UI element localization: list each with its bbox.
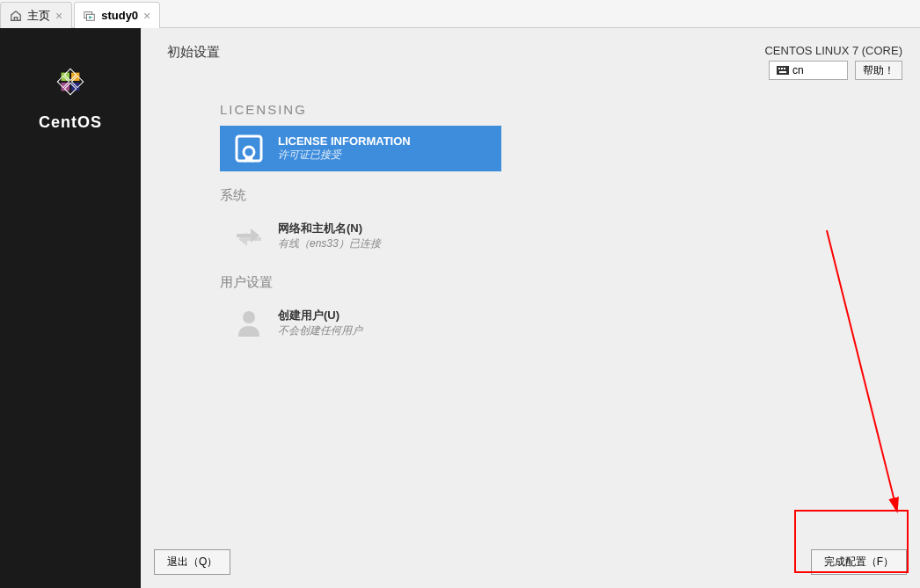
locale-selector[interactable]: cn: [769, 61, 848, 80]
section-system-label: 系统: [220, 187, 920, 204]
help-button[interactable]: 帮助！: [855, 61, 902, 80]
close-icon[interactable]: ×: [55, 9, 62, 23]
user-sub: 不会创建任何用户: [278, 323, 362, 338]
svg-rect-10: [777, 66, 789, 75]
sidebar-brand: CentOS: [0, 113, 141, 132]
license-sub: 许可证已接受: [278, 148, 411, 163]
exit-button[interactable]: 退出（Q）: [154, 549, 230, 575]
network-hostname-item[interactable]: 网络和主机名(N) 有线（ens33）已连接: [220, 213, 501, 258]
bottom-bar: 退出（Q） 完成配置（F）: [154, 549, 907, 575]
svg-point-17: [243, 311, 255, 323]
main-area: CentOS 初始设置 CENTOS LINUX 7 (CORE) cn 帮助！…: [0, 28, 920, 588]
svg-rect-14: [779, 71, 786, 73]
os-name: CENTOS LINUX 7 (CORE): [764, 44, 902, 57]
license-title: LICENSE INFORMATION: [278, 134, 411, 148]
svg-rect-12: [781, 68, 783, 69]
page-title: 初始设置: [167, 44, 220, 80]
tab-vm[interactable]: study0 ×: [74, 2, 160, 28]
section-user-label: 用户设置: [220, 274, 920, 291]
network-title: 网络和主机名(N): [278, 221, 381, 236]
tab-vm-label: study0: [101, 9, 138, 22]
close-icon[interactable]: ×: [143, 9, 150, 23]
centos-logo-icon: [47, 59, 93, 105]
sidebar: CentOS: [0, 28, 141, 588]
svg-rect-13: [784, 68, 785, 69]
section-licensing-label: LICENSING: [220, 102, 920, 117]
license-information-item[interactable]: LICENSE INFORMATION 许可证已接受: [220, 126, 501, 171]
top-header: 初始设置 CENTOS LINUX 7 (CORE) cn 帮助！: [141, 28, 920, 84]
network-sub: 有线（ens33）已连接: [278, 236, 381, 251]
svg-rect-11: [778, 68, 780, 69]
setup-body: LICENSING LICENSE INFORMATION 许可证已接受 系统 …: [141, 84, 920, 345]
tab-bar: 主页 × study0 ×: [0, 0, 920, 28]
license-icon: [233, 133, 265, 164]
user-icon: [233, 307, 265, 338]
content: 初始设置 CENTOS LINUX 7 (CORE) cn 帮助！ LICENS…: [141, 28, 920, 588]
user-title: 创建用户(U): [278, 308, 362, 323]
tab-home[interactable]: 主页 ×: [0, 2, 72, 28]
network-icon: [233, 220, 265, 251]
vm-icon: [84, 10, 96, 22]
tab-home-label: 主页: [27, 8, 50, 24]
svg-point-16: [244, 147, 254, 157]
create-user-item[interactable]: 创建用户(U) 不会创建任何用户: [220, 300, 501, 345]
locale-text: cn: [792, 64, 804, 76]
finish-button[interactable]: 完成配置（F）: [811, 549, 907, 575]
home-icon: [10, 10, 22, 22]
keyboard-icon: [777, 66, 789, 75]
